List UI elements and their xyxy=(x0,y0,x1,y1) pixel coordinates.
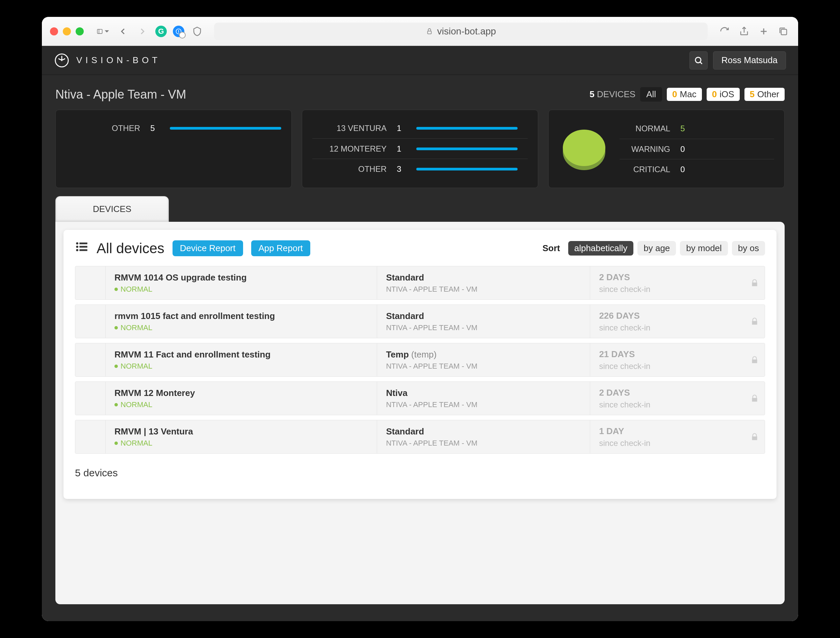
device-name: RMVM 11 Fact and enrollment testing xyxy=(114,349,368,360)
card-os-label: 13 VENTURA xyxy=(312,123,387,133)
device-count: 5 DEVICES xyxy=(589,89,635,99)
app-header: VISION-BOT Ross Matsuda xyxy=(42,46,798,75)
device-thumbnail xyxy=(75,420,106,453)
sort-option-by-os[interactable]: by os xyxy=(732,241,765,256)
search-button[interactable] xyxy=(689,51,707,69)
new-tab-button[interactable] xyxy=(757,25,771,38)
share-button[interactable] xyxy=(737,25,751,38)
svg-rect-0 xyxy=(97,29,102,33)
close-window-button[interactable] xyxy=(50,27,58,35)
address-bar[interactable]: vision-bot.app xyxy=(214,23,707,40)
panel-toolbar: All devices Device Report App Report Sor… xyxy=(75,240,765,257)
brand-text: VISION-BOT xyxy=(76,55,161,65)
browser-window: G vision-bot.app xyxy=(42,17,798,621)
card-status-label: NORMAL xyxy=(619,124,670,133)
url-text: vision-bot.app xyxy=(437,26,496,37)
svg-point-14 xyxy=(563,129,605,166)
card-status-label: CRITICAL xyxy=(619,165,670,174)
card-status-row: CRITICAL 0 xyxy=(619,159,774,179)
svg-rect-8 xyxy=(781,29,787,35)
sort-option-by-age[interactable]: by age xyxy=(638,241,676,256)
lock-icon xyxy=(744,420,765,453)
tab-bar: DEVICES xyxy=(42,196,798,222)
svg-rect-16 xyxy=(79,243,87,245)
filter-ios[interactable]: 0iOS xyxy=(707,88,740,101)
window-controls xyxy=(50,27,84,35)
device-team: NTIVA - APPLE TEAM - VM xyxy=(386,285,581,294)
svg-line-12 xyxy=(700,62,702,64)
svg-point-15 xyxy=(76,242,78,245)
list-view-icon[interactable] xyxy=(75,240,88,257)
device-thumbnail xyxy=(75,305,106,338)
brand[interactable]: VISION-BOT xyxy=(54,53,161,68)
card-os-label: 12 MONTEREY xyxy=(312,144,387,153)
minimize-window-button[interactable] xyxy=(63,27,71,35)
card-status-value: 0 xyxy=(677,144,688,154)
card-os: 13 VENTURA 1 12 MONTEREY 1 OTHER 3 xyxy=(302,110,538,188)
device-team: NTIVA - APPLE TEAM - VM xyxy=(386,362,581,371)
card-status-label: WARNING xyxy=(619,144,670,154)
device-since: since check-in xyxy=(599,284,736,294)
device-row[interactable]: RMVM 11 Fact and enrollment testing NORM… xyxy=(75,343,765,377)
device-status: NORMAL xyxy=(114,362,368,371)
card-os-value: 1 xyxy=(394,123,404,133)
user-menu-button[interactable]: Ross Matsuda xyxy=(713,51,786,69)
device-row[interactable]: RMVM 12 Monterey NORMAL Ntiva NTIVA - AP… xyxy=(75,381,765,415)
device-name: RMVM | 13 Ventura xyxy=(114,426,368,437)
device-row[interactable]: RMVM 1014 OS upgrade testing NORMAL Stan… xyxy=(75,266,765,300)
device-since: since check-in xyxy=(599,439,736,448)
device-since: since check-in xyxy=(599,400,736,409)
devices-panel: All devices Device Report App Report Sor… xyxy=(55,222,785,604)
svg-point-19 xyxy=(76,249,78,251)
svg-rect-18 xyxy=(79,246,87,248)
tab-overview-button[interactable] xyxy=(777,25,790,38)
device-footer-count: 5 devices xyxy=(75,467,765,478)
lock-icon xyxy=(744,305,765,338)
device-status: NORMAL xyxy=(114,285,368,294)
privacy-shield-icon[interactable] xyxy=(190,25,204,38)
filter-mac[interactable]: 0Mac xyxy=(667,88,702,101)
tab-devices[interactable]: DEVICES xyxy=(55,196,169,222)
lock-icon xyxy=(744,382,765,415)
status-pie-icon xyxy=(559,123,609,174)
card-platform-bar xyxy=(170,127,281,129)
device-team: NTIVA - APPLE TEAM - VM xyxy=(386,400,581,409)
device-row[interactable]: rmvm 1015 fact and enrollment testing NO… xyxy=(75,305,765,338)
back-button[interactable] xyxy=(116,25,129,38)
device-days: 1 DAY xyxy=(599,426,736,436)
sort-option-by-model[interactable]: by model xyxy=(680,241,728,256)
app-report-button[interactable]: App Report xyxy=(251,240,311,256)
sidebar-toggle-button[interactable] xyxy=(96,25,110,38)
search-icon xyxy=(694,56,703,65)
device-summary: 5 DEVICES All 0Mac 0iOS 5Other xyxy=(589,87,785,102)
device-owner: Standard xyxy=(386,311,581,321)
card-os-bar xyxy=(416,127,518,129)
device-since: since check-in xyxy=(599,323,736,333)
fullscreen-window-button[interactable] xyxy=(76,27,84,35)
filter-all[interactable]: All xyxy=(640,87,662,102)
breadcrumb[interactable]: Ntiva - Apple Team - VM xyxy=(55,87,186,102)
device-team: NTIVA - APPLE TEAM - VM xyxy=(386,439,581,448)
card-platform: OTHER 5 xyxy=(55,110,292,188)
device-thumbnail xyxy=(75,343,106,376)
device-row[interactable]: RMVM | 13 Ventura NORMAL Standard NTIVA … xyxy=(75,420,765,454)
sort-option-alphabetically[interactable]: alphabetically xyxy=(568,241,634,256)
filter-other[interactable]: 5Other xyxy=(744,88,785,101)
device-report-button[interactable]: Device Report xyxy=(172,240,243,256)
reload-button[interactable] xyxy=(718,25,731,38)
card-status-row: NORMAL 5 xyxy=(619,118,774,139)
lock-icon xyxy=(744,343,765,376)
forward-button[interactable] xyxy=(136,25,149,38)
device-team: NTIVA - APPLE TEAM - VM xyxy=(386,324,581,332)
grammarly-extension-icon[interactable]: G xyxy=(155,26,167,37)
svg-rect-4 xyxy=(428,31,431,34)
card-os-row: 12 MONTEREY 1 xyxy=(312,138,528,159)
svg-point-17 xyxy=(76,246,78,248)
card-status-value: 0 xyxy=(677,165,688,174)
device-status: NORMAL xyxy=(114,400,368,409)
onepassword-extension-icon[interactable] xyxy=(173,26,184,37)
device-list: RMVM 1014 OS upgrade testing NORMAL Stan… xyxy=(75,266,765,454)
svg-point-11 xyxy=(695,57,701,62)
device-thumbnail xyxy=(75,266,106,299)
device-owner: Temp (temp) xyxy=(386,349,581,360)
